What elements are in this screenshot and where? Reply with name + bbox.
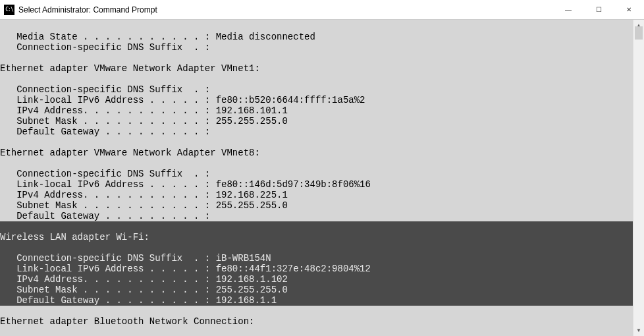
- terminal-line: IPv4 Address. . . . . . . . . . . : 192.…: [0, 190, 633, 200]
- cmd-icon: C:\: [4, 5, 14, 15]
- terminal-line: Link-local IPv6 Address . . . . . : fe80…: [0, 95, 633, 105]
- terminal-line: Media State . . . . . . . . . . . : Medi…: [0, 32, 633, 42]
- terminal-line: [0, 221, 633, 232]
- terminal-line: Subnet Mask . . . . . . . . . . . : 255.…: [0, 285, 633, 295]
- terminal-line: Default Gateway . . . . . . . . . :: [0, 126, 633, 137]
- terminal-line: [0, 53, 633, 63]
- titlebar[interactable]: C:\ Select Administrator: Command Prompt…: [0, 0, 644, 20]
- maximize-button[interactable]: ☐: [583, 0, 614, 20]
- minimize-button[interactable]: —: [553, 0, 583, 20]
- terminal-container: Media State . . . . . . . . . . . : Medi…: [0, 20, 644, 336]
- terminal-line: Ethernet adapter VMware Network Adapter …: [0, 63, 633, 74]
- terminal-line: [0, 242, 633, 253]
- terminal-line: [0, 306, 633, 316]
- terminal-line: Subnet Mask . . . . . . . . . . . : 255.…: [0, 200, 633, 211]
- terminal-line: [0, 158, 633, 169]
- terminal-line: [0, 327, 633, 336]
- terminal-line: IPv4 Address. . . . . . . . . . . : 192.…: [0, 274, 633, 285]
- terminal-line: IPv4 Address. . . . . . . . . . . : 192.…: [0, 105, 633, 116]
- terminal-line: Connection-specific DNS Suffix . :: [0, 169, 633, 179]
- window-title: Select Administrator: Command Prompt: [18, 5, 157, 14]
- terminal-line: Connection-specific DNS Suffix . :: [0, 84, 633, 95]
- terminal-line: Ethernet adapter VMware Network Adapter …: [0, 148, 633, 158]
- terminal-line: Default Gateway . . . . . . . . . :: [0, 211, 633, 221]
- terminal-line: Wireless LAN adapter Wi-Fi:: [0, 232, 633, 242]
- terminal-line: [0, 21, 633, 32]
- terminal-line: [0, 74, 633, 84]
- scroll-down-arrow[interactable]: ▼: [633, 325, 644, 336]
- terminal-line: Link-local IPv6 Address . . . . . : fe80…: [0, 179, 633, 190]
- scroll-thumb[interactable]: [635, 26, 643, 40]
- close-button[interactable]: ✕: [614, 0, 644, 20]
- terminal-line: Connection-specific DNS Suffix . : iB-WR…: [0, 253, 633, 264]
- terminal-line: Subnet Mask . . . . . . . . . . . : 255.…: [0, 116, 633, 126]
- terminal-line: [0, 137, 633, 148]
- terminal-line: Link-local IPv6 Address . . . . . : fe80…: [0, 264, 633, 274]
- terminal-line: Ethernet adapter Bluetooth Network Conne…: [0, 316, 633, 327]
- titlebar-left: C:\ Select Administrator: Command Prompt: [4, 5, 157, 15]
- terminal-line: Connection-specific DNS Suffix . :: [0, 42, 633, 53]
- terminal-line: Default Gateway . . . . . . . . . : 192.…: [0, 295, 633, 306]
- terminal-output[interactable]: Media State . . . . . . . . . . . : Medi…: [0, 20, 633, 336]
- scrollbar[interactable]: ▲ ▼: [633, 20, 644, 336]
- window-controls: — ☐ ✕: [553, 0, 644, 20]
